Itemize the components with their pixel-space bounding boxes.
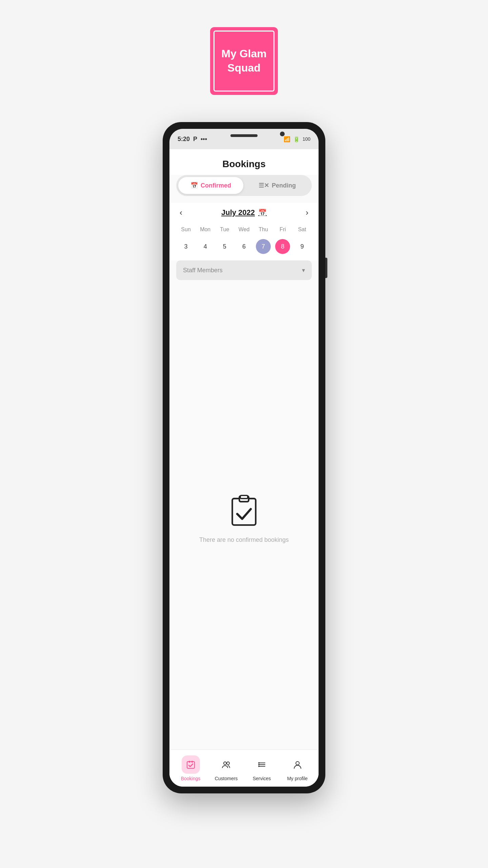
svg-rect-2 [240,495,248,498]
phone-side-button [325,258,327,278]
services-icon [257,760,267,769]
svg-rect-0 [232,498,256,525]
staff-members-dropdown[interactable]: Staff Members ▾ [176,260,312,280]
svg-rect-5 [191,761,193,763]
calendar-month-title: July 2022 📅 [221,208,267,217]
app-logo: My GlamSquad [210,27,278,95]
calendar-day-9[interactable]: 9 [292,238,312,255]
nav-item-services[interactable]: Services [244,755,280,781]
svg-point-11 [258,762,260,764]
svg-rect-4 [189,761,190,763]
calendar-header: ‹ July 2022 📅 › [176,203,312,224]
nav-item-bookings[interactable]: Bookings [173,755,208,781]
status-dots: ••• [201,136,207,143]
calendar-day-3[interactable]: 3 [176,238,196,255]
battery-level: 100 [303,136,310,142]
profile-icon [293,760,302,769]
status-bar-right: 📶 🔋 100 [284,136,310,142]
tab-pending[interactable]: ☰✕ Pending [245,177,310,194]
day-header-mon: Mon [196,224,215,235]
day-header-sat: Sat [292,224,312,235]
nav-label-services: Services [253,776,271,781]
phone-camera [280,132,285,136]
svg-point-12 [258,764,260,765]
tab-switcher: 📅 Confirmed ☰✕ Pending [176,175,312,196]
calendar-prev-button[interactable]: ‹ [176,206,186,219]
nav-label-customers: Customers [215,776,238,781]
empty-state: There are no confirmed bookings [169,287,319,749]
tab-pending-label: Pending [272,182,296,189]
pending-icon: ☰✕ [259,182,269,189]
calendar-month-year: July 2022 [221,208,255,217]
calendar-icon: 📅 [258,209,267,217]
clipboard-check-icon [227,493,261,527]
nav-label-profile: My profile [287,776,308,781]
profile-icon-wrap [288,755,307,774]
staff-dropdown-label: Staff Members [183,267,223,274]
calendar-section: ‹ July 2022 📅 › Sun Mon Tue Wed Thu Fri … [169,203,319,260]
status-carrier: P [193,136,197,143]
status-bar-left: 5:20 P ••• [178,136,207,143]
status-bar: 5:20 P ••• 📶 🔋 100 [169,129,319,149]
svg-point-14 [296,762,299,765]
tab-confirmed[interactable]: 📅 Confirmed [178,177,243,194]
page-title: Bookings [169,149,319,175]
svg-point-7 [227,762,229,765]
bookings-icon-wrap [182,755,200,774]
calendar-next-button[interactable]: › [302,206,312,219]
phone-screen: 5:20 P ••• 📶 🔋 100 Bookings 📅 Confirmed [169,129,319,787]
day-header-wed: Wed [234,224,253,235]
calendar-days: 3 4 5 6 7 8 9 [176,238,312,255]
svg-point-13 [258,766,260,767]
bottom-nav: Bookings Customers [169,749,319,787]
nav-item-customers[interactable]: Customers [208,755,244,781]
nav-item-profile[interactable]: My profile [280,755,315,781]
chevron-down-icon: ▾ [302,267,305,274]
day-header-thu: Thu [254,224,273,235]
empty-state-message: There are no confirmed bookings [199,536,289,544]
nav-label-bookings: Bookings [181,776,201,781]
calendar-day-5[interactable]: 5 [215,238,234,255]
services-icon-wrap [253,755,271,774]
clipboard-icon-container [227,493,261,528]
tab-confirmed-label: Confirmed [201,182,231,189]
phone-frame: 5:20 P ••• 📶 🔋 100 Bookings 📅 Confirmed [163,122,325,793]
day-header-fri: Fri [273,224,292,235]
phone-speaker [230,134,258,137]
battery-icon: 🔋 [293,136,300,142]
calendar-day-6[interactable]: 6 [234,238,253,255]
calendar-days-header: Sun Mon Tue Wed Thu Fri Sat [176,224,312,235]
customers-icon-wrap [217,755,236,774]
calendar-day-4[interactable]: 4 [196,238,215,255]
logo-text: My GlamSquad [221,47,266,75]
status-time: 5:20 [178,136,190,143]
customers-icon [222,760,231,769]
svg-point-6 [224,762,226,765]
day-header-tue: Tue [215,224,234,235]
calendar-day-7[interactable]: 7 [256,239,271,254]
bookings-icon [186,760,196,769]
wifi-icon: 📶 [284,136,290,142]
svg-rect-3 [187,762,195,768]
calendar-day-8[interactable]: 8 [275,239,290,254]
screen-content: Bookings 📅 Confirmed ☰✕ Pending ‹ July 2… [169,149,319,787]
day-header-sun: Sun [176,224,196,235]
confirmed-icon: 📅 [190,182,198,189]
